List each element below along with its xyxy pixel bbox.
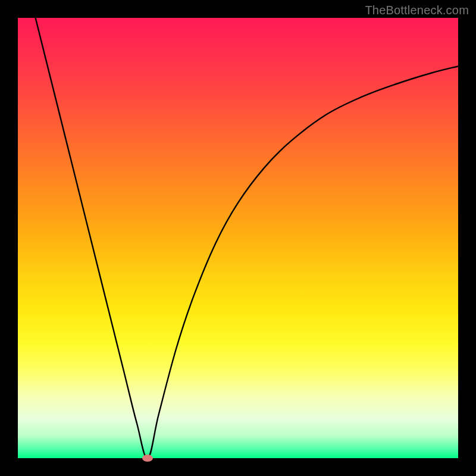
attribution-text: TheBottleneck.com xyxy=(365,4,469,17)
plot-area xyxy=(18,18,458,458)
bottleneck-curve xyxy=(36,18,458,458)
chart-frame: TheBottleneck.com xyxy=(0,0,476,476)
minimum-marker xyxy=(142,455,153,462)
curve-svg xyxy=(18,18,458,458)
